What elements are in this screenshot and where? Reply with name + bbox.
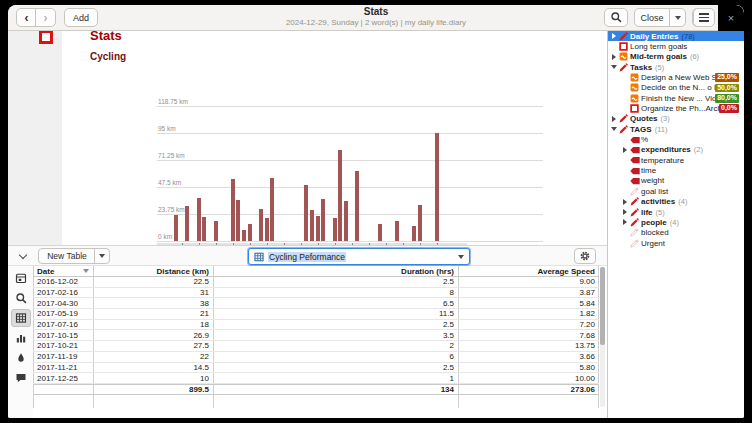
tree-item-finish-the-new-video[interactable]: Finish the New ... Video80,0% — [608, 93, 744, 103]
tree-item-goal-list[interactable]: goal list — [608, 186, 744, 196]
table-row[interactable]: 2017-04-30386.55.84 — [33, 298, 599, 309]
table-cell: 13.75 — [458, 341, 599, 351]
tree-item-organize-the-ph-archive[interactable]: Organize the Ph...Archive0,0% — [608, 103, 744, 113]
tree-item-tags[interactable]: TAGS(11) — [608, 124, 744, 134]
chevron-right-icon[interactable] — [612, 33, 616, 39]
new-table-dropdown-button[interactable] — [94, 248, 110, 264]
checkbox-red-icon — [618, 42, 629, 51]
table-row[interactable]: 2017-10-2127.5213.75 — [33, 341, 599, 352]
table-row[interactable]: 2017-02-163183.87 — [33, 288, 599, 299]
tree-item-people[interactable]: people(4) — [608, 217, 744, 227]
table-row[interactable]: 2017-05-192111.51.82 — [33, 309, 599, 320]
chart-bar — [242, 230, 246, 241]
progress-badge: 0,0% — [719, 104, 739, 113]
new-table-button[interactable]: New Table — [38, 248, 96, 264]
table-row[interactable]: 2017-07-16182.57.20 — [33, 320, 599, 331]
tree-item-label: time — [641, 166, 656, 175]
tree-item-urgent[interactable]: Urgent — [608, 238, 744, 248]
tree-item-count: (3) — [661, 114, 670, 123]
chart-bar — [435, 133, 439, 241]
chart-bar — [231, 179, 235, 241]
chevron-right-icon[interactable] — [623, 219, 627, 225]
bar-chart-tool-button[interactable] — [11, 329, 31, 347]
table-cell: 2017-11-21 — [33, 363, 93, 373]
scrollbar-thumb[interactable] — [600, 267, 605, 345]
table-row[interactable]: 2017-11-192263.66 — [33, 352, 599, 363]
column-header[interactable]: Distance (km) — [93, 266, 213, 276]
add-button[interactable]: Add — [64, 8, 98, 27]
tree-item-design-a-new-web-site[interactable]: Design a New Web Site25,0% — [608, 72, 744, 82]
search-button[interactable] — [604, 8, 628, 27]
table-select-combobox[interactable]: Cycling Peformance — [248, 248, 470, 265]
tree-item-activities[interactable]: activities(4) — [608, 197, 744, 207]
chevron-down-icon[interactable] — [611, 127, 617, 131]
chevron-right-icon[interactable] — [623, 199, 627, 205]
forward-button[interactable]: › — [35, 8, 56, 27]
table-row[interactable]: 2017-12-2510110.00 — [33, 373, 599, 384]
column-header[interactable]: Duration (hrs) — [213, 266, 458, 276]
hamburger-icon — [699, 13, 709, 22]
preview-margin — [8, 31, 62, 245]
tree-item-long-term-goals[interactable]: Long term goals — [608, 41, 744, 51]
chevron-right-icon[interactable] — [612, 116, 616, 122]
table-cell: 2017-10-15 — [33, 330, 93, 340]
table-cell: 1.82 — [458, 309, 599, 319]
tree-item-tasks[interactable]: Tasks(5) — [608, 62, 744, 72]
table-totals-row[interactable]: 899.5134273.06 — [33, 384, 599, 395]
menu-button[interactable] — [693, 8, 715, 27]
chevron-right-icon[interactable] — [612, 54, 616, 60]
tree-item-label: blocked — [641, 228, 669, 237]
chart-bar — [344, 201, 348, 241]
close-dropdown-button[interactable] — [669, 8, 686, 27]
table-row[interactable]: 2017-11-2114.52.55.80 — [33, 363, 599, 374]
table-cell: 273.06 — [458, 385, 599, 394]
tree-item-blocked[interactable]: blocked — [608, 228, 744, 238]
tree-item-expenditures[interactable]: expenditures(2) — [608, 145, 744, 155]
pencil-red-icon — [618, 114, 629, 123]
search-tool-button[interactable] — [11, 289, 31, 307]
ink-tool-button[interactable] — [11, 349, 31, 367]
chevron-right-icon[interactable] — [623, 147, 627, 153]
table-cell: 2017-07-16 — [33, 320, 93, 330]
tree-item-[interactable]: % — [608, 134, 744, 144]
tree-item-label: Quotes — [630, 114, 658, 123]
page-title: Stats — [90, 31, 122, 43]
table-row[interactable]: 2016-12-0222.52.59.00 — [33, 277, 599, 288]
tree-item-weight[interactable]: weight — [608, 176, 744, 186]
table-cell — [33, 385, 93, 394]
comment-tool-button[interactable] — [11, 369, 31, 387]
table-cell: 3.5 — [213, 330, 458, 340]
table-tool-button[interactable] — [11, 309, 31, 327]
y-axis-tick-label: 0 km — [158, 233, 172, 240]
collapse-panel-button[interactable] — [14, 249, 32, 264]
column-header[interactable]: Date — [33, 266, 93, 276]
tree-item-daily-entries[interactable]: Daily Entries(78) — [608, 31, 744, 41]
tree-item-label: Mid-term goals — [630, 52, 687, 61]
tree-item-time[interactable]: time — [608, 165, 744, 175]
cycling-data-table: DateDistance (km)Duration (hrs)Average S… — [33, 266, 599, 408]
tree-item-temperature[interactable]: temperature — [608, 155, 744, 165]
chart-bar — [310, 210, 314, 241]
table-scrollbar[interactable] — [600, 267, 605, 407]
expander-slot — [610, 54, 618, 60]
table-cell: 6 — [213, 352, 458, 362]
table-settings-button[interactable] — [574, 248, 596, 264]
chevron-down-icon — [99, 254, 105, 258]
tree-item-quotes[interactable]: Quotes(3) — [608, 114, 744, 124]
tree-item-decide-on-the-n-o-buy[interactable]: Decide on the N... o Buy50,0% — [608, 83, 744, 93]
table-cell: 7.20 — [458, 320, 599, 330]
tree-item-mid-term-goals[interactable]: Mid-term goals(6) — [608, 52, 744, 62]
chevron-right-icon[interactable] — [623, 209, 627, 215]
window-close-button[interactable]: × — [718, 5, 744, 31]
tree-item-label: goal list — [641, 187, 668, 196]
chevron-down-icon[interactable] — [611, 65, 617, 69]
table-row[interactable]: 2017-10-1526.93.57.68 — [33, 330, 599, 341]
table-cell: 3.87 — [458, 288, 599, 298]
tree-item-life[interactable]: life(5) — [608, 207, 744, 217]
close-entry-button[interactable]: Close — [634, 8, 670, 27]
column-header[interactable]: Average Speed — [458, 266, 599, 276]
task-orange-icon — [629, 94, 640, 103]
tree-item-label: temperature — [641, 156, 684, 165]
back-button[interactable]: ‹ — [16, 8, 37, 27]
calendar-tool-button[interactable] — [11, 269, 31, 287]
